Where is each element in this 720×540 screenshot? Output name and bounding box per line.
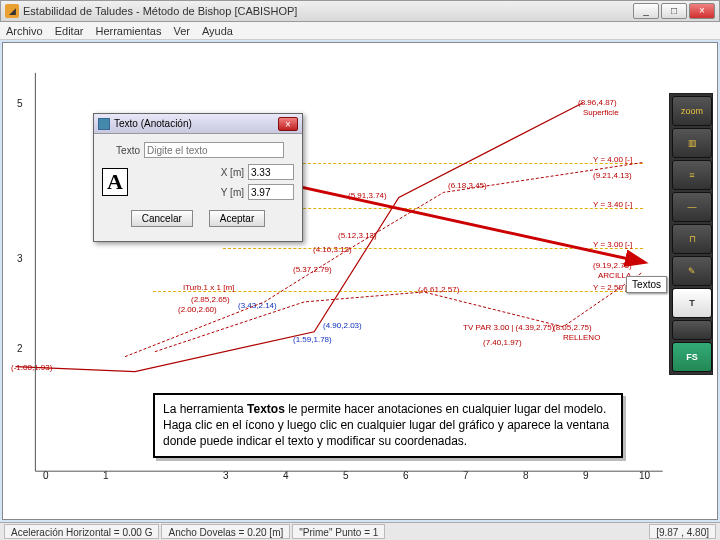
minimize-button[interactable]: _ — [633, 3, 659, 19]
menu-editar[interactable]: Editar — [55, 25, 84, 37]
pt-14: (8.05,2.75) — [553, 323, 592, 332]
window-buttons: _ □ × — [633, 3, 715, 19]
pt-2: (1.59,1.78) — [293, 335, 332, 344]
menu-ayuda[interactable]: Ayuda — [202, 25, 233, 37]
tool-spacer — [672, 320, 712, 340]
pt-8: (5.37,2.79) — [293, 265, 332, 274]
pt-4: (2.85,2.65) — [191, 295, 230, 304]
level-line-34 — [263, 208, 643, 209]
pt-3: (2.00,2.60) — [178, 305, 217, 314]
pt-10: (5.91,3.74) — [348, 191, 387, 200]
texto-input[interactable] — [144, 142, 284, 158]
y-tick-2: 2 — [17, 343, 23, 354]
pt-9: (5.12,3.13) — [338, 231, 377, 240]
menu-archivo[interactable]: Archivo — [6, 25, 43, 37]
level-label-3: Y = 3.00 [-] — [593, 240, 632, 249]
tool-zoom[interactable]: zoom — [672, 96, 712, 126]
maximize-button[interactable]: □ — [661, 3, 687, 19]
menu-herramientas[interactable]: Herramientas — [95, 25, 161, 37]
x-label: X [m] — [206, 167, 244, 178]
x-tick-3: 3 — [223, 470, 229, 481]
accept-button[interactable]: Aceptar — [209, 210, 265, 227]
y-input[interactable] — [248, 184, 294, 200]
font-preview-icon[interactable]: A — [102, 168, 128, 196]
canvas-area: 2 3 5 0 1 3 4 5 6 7 8 9 10 Y = 4.00 [-] … — [2, 42, 718, 520]
pt-1: (-1.00,1.93) — [11, 363, 52, 372]
level-line-4 — [303, 163, 643, 164]
dialog-icon — [98, 118, 110, 130]
status-accel: Aceleración Horizontal = 0.00 G — [4, 524, 159, 539]
dialog-close-button[interactable]: × — [278, 117, 298, 131]
status-flex — [387, 524, 647, 539]
instruction-box: La herramienta Textos le permite hacer a… — [153, 393, 623, 458]
text-annotation-dialog: Texto (Anotación) × Texto A X [m] — [93, 113, 303, 242]
pt-7: (4.16,3.13) — [313, 245, 352, 254]
cancel-button[interactable]: Cancelar — [131, 210, 193, 227]
app-icon: ◢ — [5, 4, 19, 18]
menu-ver[interactable]: Ver — [173, 25, 190, 37]
pt-12: (6.18,3.45) — [448, 181, 487, 190]
pt-rel: RELLENO — [563, 333, 600, 342]
tool-line[interactable]: — — [672, 192, 712, 222]
y-label: Y [m] — [206, 187, 244, 198]
info-bold: Textos — [247, 402, 285, 416]
tool-tooltip: Textos — [626, 276, 667, 293]
x-tick-8: 8 — [523, 470, 529, 481]
tool-rect[interactable]: ⊓ — [672, 224, 712, 254]
tool-text[interactable]: T — [672, 288, 712, 318]
x-input[interactable] — [248, 164, 294, 180]
pt-5: (3.43,2.14) — [238, 301, 277, 310]
right-toolbox: zoom ▥ ≡ — ⊓ ✎ T FS — [669, 93, 713, 375]
dialog-title: Texto (Anotación) — [114, 118, 192, 129]
dialog-body: Texto A X [m] Y [m] — [94, 134, 302, 241]
statusbar: Aceleración Horizontal = 0.00 G Ancho Do… — [0, 522, 720, 540]
x-tick-4: 4 — [283, 470, 289, 481]
info-pre: La herramienta — [163, 402, 247, 416]
level-label-4: Y = 4.00 [-] — [593, 155, 632, 164]
x-tick-7: 7 — [463, 470, 469, 481]
texto-label: Texto — [102, 145, 140, 156]
tool-fs[interactable]: FS — [672, 342, 712, 372]
level-label-34: Y = 3.40 [-] — [593, 200, 632, 209]
x-tick-0: 0 — [43, 470, 49, 481]
x-tick-10: 10 — [639, 470, 650, 481]
x-tick-6: 6 — [403, 470, 409, 481]
window-titlebar: ◢ Estabilidad de Taludes - Método de Bis… — [0, 0, 720, 22]
window-title: Estabilidad de Taludes - Método de Bisho… — [23, 5, 633, 17]
pt-flam: TV PAR 3.00 | (4.39,2.75) — [463, 323, 554, 332]
tool-pencil[interactable]: ✎ — [672, 256, 712, 286]
plot-canvas[interactable]: 2 3 5 0 1 3 4 5 6 7 8 9 10 Y = 4.00 [-] … — [3, 43, 717, 519]
status-prime: "Prime" Punto = 1 — [292, 524, 385, 539]
tool-grid[interactable]: ▥ — [672, 128, 712, 158]
x-tick-9: 9 — [583, 470, 589, 481]
x-tick-1: 1 — [103, 470, 109, 481]
pt-turb: ITurb.1 x 1 [m] — [183, 283, 234, 292]
dialog-titlebar[interactable]: Texto (Anotación) × — [94, 114, 302, 134]
tool-layers[interactable]: ≡ — [672, 160, 712, 190]
level-line-3 — [223, 248, 643, 249]
pt-6: (4.90,2.03) — [323, 321, 362, 330]
pt-16: (9.21,4.13) — [593, 171, 632, 180]
pt-17: (9.19,2.73) — [593, 261, 632, 270]
pt-11: (-6.61,2.57) — [418, 285, 459, 294]
status-ancho: Ancho Dovelas = 0.20 [m] — [161, 524, 290, 539]
y-tick-5: 5 — [17, 98, 23, 109]
menubar: Archivo Editar Herramientas Ver Ayuda — [0, 22, 720, 40]
status-coord: [9.87 , 4.80] — [649, 524, 716, 539]
y-tick-3: 3 — [17, 253, 23, 264]
pt-sup: Superficie — [583, 108, 619, 117]
x-tick-5: 5 — [343, 470, 349, 481]
pt-15: (8.96,4.87) — [578, 98, 617, 107]
pt-13: (7.40,1.97) — [483, 338, 522, 347]
close-button[interactable]: × — [689, 3, 715, 19]
